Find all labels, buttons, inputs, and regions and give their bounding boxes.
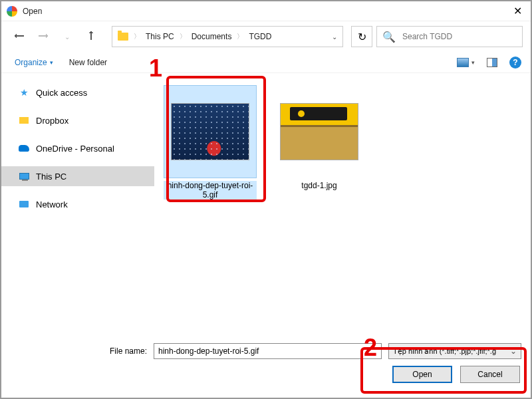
dropbox-icon <box>19 115 29 126</box>
breadcrumb-leaf[interactable]: TGDD <box>249 32 271 41</box>
window-title: Open <box>23 7 504 16</box>
open-dialog: Open ✕ 🠔 🠖 ⌄ 🠕 〉 This PC 〉 Documents 〉 T… <box>0 0 532 399</box>
filename-input[interactable] <box>154 343 382 359</box>
open-button[interactable]: Open <box>392 366 452 383</box>
search-input[interactable] <box>401 31 517 42</box>
chevron-right-icon: 〉 <box>237 32 243 41</box>
cancel-button[interactable]: Cancel <box>460 366 520 383</box>
filetype-filter[interactable]: Tệp hình ảnh (*.tiff;*.pjp;*.jfif;*.g <box>388 343 521 359</box>
callout-2: 2 <box>364 334 377 362</box>
breadcrumb-mid[interactable]: Documents <box>192 32 232 41</box>
chevron-down-icon: ▾ <box>50 59 53 66</box>
search-icon: 🔍 <box>382 31 396 43</box>
chevron-down-icon[interactable]: ⌄ <box>332 33 337 41</box>
file-tile[interactable]: hinh-dong-dep-tuyet-roi-5.gif <box>164 85 257 200</box>
body: ★Quick access Dropbox OneDrive - Persona… <box>1 73 531 346</box>
breadcrumb-root[interactable]: This PC <box>146 32 174 41</box>
up-button[interactable]: 🠕 <box>81 27 101 47</box>
address-bar[interactable]: 〉 This PC 〉 Documents 〉 TGDD ⌄ <box>112 26 343 47</box>
sidebar-item-label: Dropbox <box>36 116 68 126</box>
sidebar-item-network[interactable]: Network <box>1 194 154 214</box>
pc-icon <box>19 171 29 182</box>
new-folder-button[interactable]: New folder <box>69 58 107 67</box>
sidebar-item-label: Network <box>36 200 68 209</box>
search-box[interactable]: 🔍 <box>376 26 523 47</box>
file-name: tgdd-1.jpg <box>273 181 366 190</box>
organize-menu[interactable]: Organize▾ <box>15 58 53 67</box>
footer: File name: Tệp hình ảnh (*.tiff;*.pjp;*.… <box>1 335 531 398</box>
sidebar-item-label: This PC <box>36 172 66 182</box>
view-icon <box>457 58 469 67</box>
back-button[interactable]: 🠔 <box>9 27 29 47</box>
file-name: hinh-dong-dep-tuyet-roi-5.gif <box>164 181 257 200</box>
sidebar-item-dropbox[interactable]: Dropbox <box>1 110 154 130</box>
folder-icon <box>118 33 128 41</box>
sidebar-item-onedrive[interactable]: OneDrive - Personal <box>1 138 154 158</box>
preview-pane-button[interactable] <box>487 58 497 67</box>
onedrive-icon <box>19 143 29 154</box>
filename-label: File name: <box>11 346 147 356</box>
star-icon: ★ <box>19 87 29 98</box>
sidebar-item-quick-access[interactable]: ★Quick access <box>1 82 154 102</box>
callout-1: 1 <box>149 55 162 82</box>
sidebar: ★Quick access Dropbox OneDrive - Persona… <box>1 73 154 346</box>
toolbar: Organize▾ New folder ▾ ? <box>1 52 531 73</box>
network-icon <box>19 199 29 209</box>
recent-dropdown[interactable]: ⌄ <box>57 27 77 47</box>
navbar: 🠔 🠖 ⌄ 🠕 〉 This PC 〉 Documents 〉 TGDD ⌄ ↻… <box>1 21 531 52</box>
file-thumbnail <box>280 103 358 160</box>
file-tile[interactable]: tgdd-1.jpg <box>273 85 366 190</box>
sidebar-item-label: Quick access <box>36 88 87 98</box>
chevron-right-icon: 〉 <box>134 32 140 41</box>
help-button[interactable]: ? <box>509 57 521 68</box>
refresh-button[interactable]: ↻ <box>351 26 372 47</box>
forward-button[interactable]: 🠖 <box>33 27 53 47</box>
file-thumbnail <box>171 103 249 160</box>
sidebar-item-label: OneDrive - Personal <box>36 144 114 154</box>
chevron-right-icon: 〉 <box>180 32 186 41</box>
chrome-icon <box>7 6 17 17</box>
sidebar-item-this-pc[interactable]: This PC <box>1 166 154 186</box>
close-button[interactable]: ✕ <box>504 1 531 21</box>
view-menu[interactable]: ▾ <box>457 58 475 67</box>
chevron-down-icon: ▾ <box>471 59 475 66</box>
titlebar: Open ✕ <box>1 1 531 21</box>
file-list: hinh-dong-dep-tuyet-roi-5.gif tgdd-1.jpg <box>154 73 531 346</box>
